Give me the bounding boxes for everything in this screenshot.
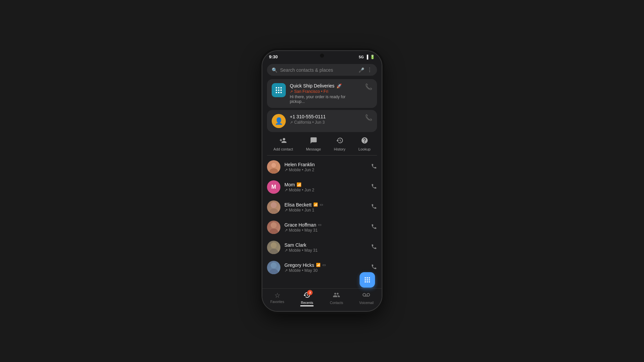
unknown-sub: ↗ California • Jun 3 <box>290 120 361 125</box>
sim-icon-elisa: ▭ <box>320 202 323 207</box>
elisa-photo <box>267 200 280 214</box>
wifi-icon-mom: 📶 <box>297 182 302 187</box>
mom-sub: ↗ Mobile • Jun 2 <box>284 188 367 192</box>
svg-rect-1 <box>278 87 279 88</box>
call-icon-gregory[interactable] <box>371 264 377 271</box>
active-tab-indicator <box>300 305 314 306</box>
emoji-decoration: 🚀 <box>336 83 342 88</box>
contact-item-sam[interactable]: Sam Clark ↗ Mobile • May 31 <box>262 237 382 257</box>
grace-subline: ↗ Mobile • May 31 <box>284 228 318 233</box>
quick-actions: Add contact Message <box>262 134 382 155</box>
call-icon-elisa[interactable] <box>371 203 377 211</box>
dialpad-fab[interactable] <box>360 272 375 288</box>
avatar-grace <box>267 221 280 234</box>
lookup-action[interactable]: Lookup <box>359 137 371 151</box>
scroll-area[interactable]: Quick Ship Deliveries 🚀 ↗ San Francisco … <box>262 79 382 288</box>
gregory-name-text: Gregory Hicks <box>284 262 314 268</box>
mom-initial: M <box>271 184 276 190</box>
more-options-icon[interactable]: ⋮ <box>367 67 372 73</box>
helen-name-text: Helen Franklin <box>284 162 315 167</box>
call-icon-sam[interactable] <box>371 244 377 251</box>
dialpad-icon <box>365 277 370 283</box>
sam-name: Sam Clark <box>284 242 367 248</box>
unknown-location: California • Jun 3 <box>294 120 325 125</box>
message-action[interactable]: Message <box>306 137 321 151</box>
person-icon: 👤 <box>275 117 283 125</box>
tab-contacts[interactable]: Contacts <box>330 291 343 306</box>
contact-item-mom[interactable]: M Mom 📶 ↗ Mobile • Jun 2 <box>262 177 382 197</box>
quick-ship-message: Hi there, your order is ready for pickup… <box>290 95 361 104</box>
history-label: History <box>334 147 345 151</box>
sim-icon-grace: ▭ <box>318 223 321 227</box>
screen-content: 🔍 Search contacts & places 🎤 ⋮ <box>262 61 382 288</box>
recent-card-unknown[interactable]: 👤 +1 310-555-0111 ↗ California • Jun 3 📞 <box>267 110 377 132</box>
tab-recents[interactable]: 3 Recents <box>300 291 314 306</box>
svg-point-17 <box>269 249 278 254</box>
quick-ship-location: San Francisco • Fri <box>294 89 328 94</box>
helen-info: Helen Franklin ↗ Mobile • Jun 2 <box>284 162 367 172</box>
mom-subline: ↗ Mobile • Jun 2 <box>284 188 314 192</box>
search-bar[interactable]: 🔍 Search contacts & places 🎤 ⋮ <box>267 64 377 76</box>
call-icon-unknown[interactable]: 📞 <box>365 114 372 121</box>
avatar-sam <box>267 241 280 254</box>
wifi-icon-gregory: 📶 <box>316 263 321 267</box>
add-contact-action[interactable]: Add contact <box>273 137 293 151</box>
message-icon <box>310 137 317 146</box>
contact-item-helen[interactable]: Helen Franklin ↗ Mobile • Jun 2 <box>262 157 382 177</box>
battery-icon: 🔋 <box>370 55 375 59</box>
search-input[interactable]: Search contacts & places <box>280 67 356 73</box>
mic-icon[interactable]: 🎤 <box>359 67 364 73</box>
svg-point-11 <box>271 163 276 168</box>
helen-subline: ↗ Mobile • Jun 2 <box>284 168 314 172</box>
contact-item-elisa[interactable]: Elisa Beckett 📶 ▭ ↗ Mobile • Jun 1 <box>262 197 382 217</box>
recent-card-quick-ship[interactable]: Quick Ship Deliveries 🚀 ↗ San Francisco … <box>267 79 377 108</box>
grace-name: Grace Hoffman ▭ <box>284 222 367 228</box>
tab-favorites[interactable]: ☆ Favorites <box>270 291 284 306</box>
lookup-icon <box>361 137 368 146</box>
unknown-content: +1 310-555-0111 ↗ California • Jun 3 <box>290 114 361 125</box>
signal-label: 5G <box>359 55 364 59</box>
sim-icon-gregory: ▭ <box>322 263 326 267</box>
sam-name-text: Sam Clark <box>284 242 306 248</box>
call-icon-mom[interactable] <box>371 183 377 191</box>
avatar-helen <box>267 160 280 174</box>
add-contact-label: Add contact <box>273 147 293 151</box>
signal-bars-icon: ▐ <box>365 55 368 59</box>
lookup-label: Lookup <box>359 147 371 151</box>
quick-ship-name-text: Quick Ship Deliveries <box>290 83 334 88</box>
sam-subline: ↗ Mobile • May 31 <box>284 248 318 253</box>
message-label: Message <box>306 147 321 151</box>
call-icon-quick-ship[interactable]: 📞 <box>365 83 372 90</box>
search-icon: 🔍 <box>272 67 277 73</box>
svg-rect-2 <box>280 87 282 88</box>
favorites-label: Favorites <box>270 300 284 304</box>
avatar-gregory <box>267 261 280 274</box>
gregory-subline: ↗ Mobile • May 30 <box>284 268 318 273</box>
avatar-quick-ship <box>272 83 286 97</box>
recents-badge: 3 <box>307 290 313 295</box>
svg-rect-5 <box>280 89 282 91</box>
grace-info: Grace Hoffman ▭ ↗ Mobile • May 31 <box>284 222 367 233</box>
elisa-sub: ↗ Mobile • Jun 1 <box>284 208 367 213</box>
svg-rect-6 <box>276 92 277 93</box>
svg-point-10 <box>269 168 278 174</box>
voicemail-icon <box>363 291 370 300</box>
quick-ship-sub: ↗ San Francisco • Fri <box>290 89 361 94</box>
avatar-unknown: 👤 <box>272 114 286 128</box>
gregory-photo <box>267 261 280 274</box>
call-icon-helen[interactable] <box>371 163 377 171</box>
svg-point-15 <box>269 229 278 234</box>
grace-photo <box>267 221 280 234</box>
status-time: 9:30 <box>269 54 278 59</box>
tab-bar: ☆ Favorites 3 Recents Contacts Voicemail <box>262 288 382 311</box>
quick-ship-content: Quick Ship Deliveries 🚀 ↗ San Francisco … <box>290 83 361 104</box>
sam-sub: ↗ Mobile • May 31 <box>284 248 367 253</box>
history-action[interactable]: History <box>334 137 345 151</box>
elisa-subline: ↗ Mobile • Jun 1 <box>284 208 314 213</box>
sam-photo <box>267 241 280 254</box>
svg-rect-8 <box>280 92 282 93</box>
call-icon-grace[interactable] <box>371 224 377 231</box>
svg-point-13 <box>269 208 278 214</box>
tab-voicemail[interactable]: Voicemail <box>359 291 374 306</box>
contact-item-grace[interactable]: Grace Hoffman ▭ ↗ Mobile • May 31 <box>262 217 382 237</box>
